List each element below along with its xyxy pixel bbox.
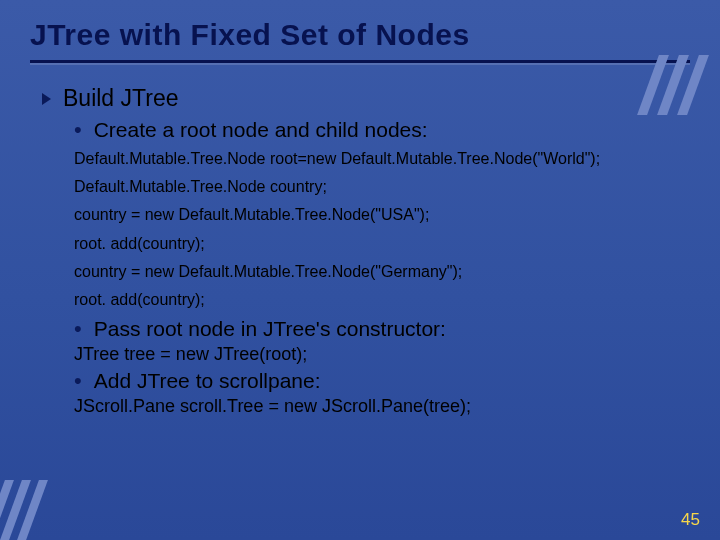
bullet-lvl2-text: Add JTree to scrollpane: xyxy=(94,369,321,393)
slide-title-wrap: JTree with Fixed Set of Nodes xyxy=(0,0,720,58)
code-line: country = new Default.Mutable.Tree.Node(… xyxy=(74,260,680,283)
bullet-lvl2-text: Create a root node and child nodes: xyxy=(94,118,428,142)
code-line: country = new Default.Mutable.Tree.Node(… xyxy=(74,203,680,226)
slide-title: JTree with Fixed Set of Nodes xyxy=(30,18,720,52)
bullet-lvl2-create: • Create a root node and child nodes: xyxy=(74,118,680,142)
code-line: root. add(country); xyxy=(74,232,680,255)
bullet-lvl1-text: Build JTree xyxy=(63,85,178,112)
code-line: Default.Mutable.Tree.Node root=new Defau… xyxy=(74,147,680,170)
page-number: 45 xyxy=(681,510,700,530)
bullet-dot-icon: • xyxy=(74,317,82,341)
code-block-1: Default.Mutable.Tree.Node root=new Defau… xyxy=(74,147,680,311)
bullet-lvl2-pass: • Pass root node in JTree's constructor: xyxy=(74,317,680,341)
bullet-lvl2-text: Pass root node in JTree's constructor: xyxy=(94,317,446,341)
code-line: Default.Mutable.Tree.Node country; xyxy=(74,175,680,198)
code-block-2: JTree tree = new JTree(root); xyxy=(74,344,680,365)
code-line: JTree tree = new JTree(root); xyxy=(74,344,680,365)
bullet-dot-icon: • xyxy=(74,369,82,393)
bullet-lvl1: Build JTree xyxy=(42,85,680,112)
code-line: JScroll.Pane scroll.Tree = new JScroll.P… xyxy=(74,396,680,417)
arrow-icon xyxy=(42,93,51,105)
bullet-lvl2-add: • Add JTree to scrollpane: xyxy=(74,369,680,393)
bullet-dot-icon: • xyxy=(74,118,82,142)
code-line: root. add(country); xyxy=(74,288,680,311)
code-block-3: JScroll.Pane scroll.Tree = new JScroll.P… xyxy=(74,396,680,417)
slide-content: Build JTree • Create a root node and chi… xyxy=(0,63,720,417)
decor-stripes-bottom-left xyxy=(0,480,48,540)
